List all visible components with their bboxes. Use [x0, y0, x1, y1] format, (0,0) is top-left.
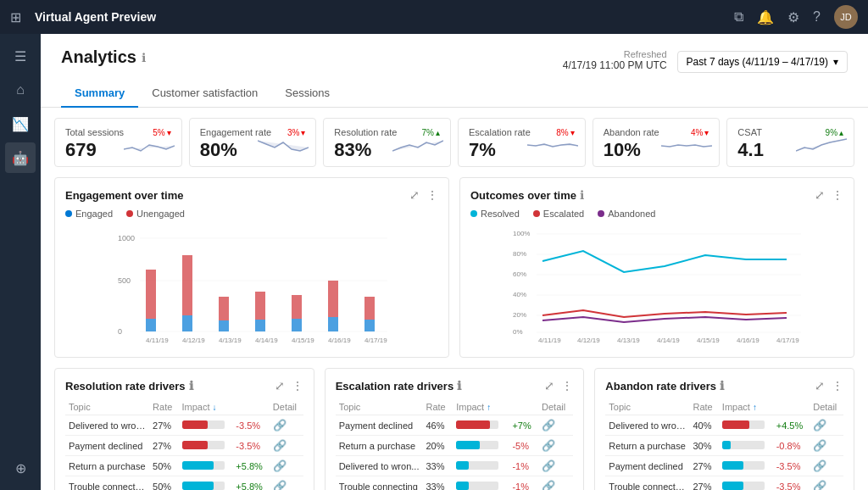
impact-value-cell: +5.8% [232, 476, 269, 491]
col-impact[interactable]: Impact ↑ [719, 399, 773, 415]
info-icon[interactable]: ℹ [720, 379, 724, 393]
detail-link[interactable]: 🔗 [542, 459, 555, 472]
kpi-escalation-rate: Escalation rate 8% ▾ 7% [458, 118, 586, 167]
chart-actions: ⤢ ⋮ [544, 379, 573, 393]
svg-text:40%: 40% [513, 291, 526, 298]
expand-icon[interactable]: ⤢ [815, 188, 825, 202]
sidebar-menu-icon[interactable]: ☰ [5, 41, 36, 71]
rate-cell: 20% [422, 436, 453, 456]
sidebar-home-icon[interactable]: ⌂ [5, 75, 36, 105]
more-icon[interactable]: ⋮ [832, 188, 843, 202]
table-row: Return a purchase 50% +5.8% 🔗 [65, 456, 303, 476]
detail-link[interactable]: 🔗 [273, 439, 287, 452]
tab-sessions[interactable]: Sessions [271, 80, 343, 108]
gear-icon[interactable]: ⚙ [787, 9, 799, 25]
detail-cell[interactable]: 🔗 [810, 476, 843, 491]
page-info-icon[interactable]: ℹ [142, 51, 146, 64]
bell-icon[interactable]: 🔔 [757, 9, 774, 25]
detail-link[interactable]: 🔗 [542, 419, 555, 432]
info-icon[interactable]: ℹ [580, 188, 584, 202]
expand-icon[interactable]: ⤢ [544, 379, 554, 393]
avatar[interactable]: JD [834, 5, 858, 29]
detail-link[interactable]: 🔗 [273, 459, 287, 472]
info-icon[interactable]: ℹ [457, 379, 461, 393]
impact-bar-container [722, 420, 765, 429]
svg-text:0%: 0% [513, 328, 523, 336]
svg-rect-16 [255, 292, 265, 320]
detail-cell[interactable]: 🔗 [538, 456, 573, 476]
detail-link[interactable]: 🔗 [813, 419, 826, 432]
legend-dot [598, 210, 604, 217]
app-header: ⊞ Virtual Agent Preview ⧉ 🔔 ⚙ ? JD [0, 0, 868, 34]
help-icon[interactable]: ? [813, 9, 821, 25]
detail-cell[interactable]: 🔗 [538, 415, 573, 436]
impact-value-cell: +7% [509, 415, 538, 436]
tab-customer-satisfaction[interactable]: Customer satisfaction [138, 80, 271, 108]
more-icon[interactable]: ⋮ [292, 379, 303, 393]
expand-icon[interactable]: ⤢ [409, 188, 420, 202]
detail-cell[interactable]: 🔗 [270, 476, 303, 491]
detail-link[interactable]: 🔗 [813, 439, 826, 452]
topic-cell: Trouble connecting [336, 476, 423, 491]
detail-link[interactable]: 🔗 [813, 459, 826, 472]
expand-icon[interactable]: ⤢ [815, 379, 825, 393]
detail-link[interactable]: 🔗 [542, 439, 555, 452]
date-range-button[interactable]: Past 7 days (4/11/19 – 4/17/19) ▾ [677, 51, 848, 73]
detail-cell[interactable]: 🔗 [538, 476, 573, 491]
topic-cell: Delivered to wron... [605, 415, 689, 436]
table-header-row: Topic Rate Impact ↑ Detail [336, 399, 574, 415]
svg-text:4/13/19: 4/13/19 [617, 337, 640, 344]
impact-bar [722, 420, 750, 429]
col-impact[interactable]: Impact ↓ [179, 399, 233, 415]
detail-cell[interactable]: 🔗 [538, 436, 573, 456]
impact-cell [179, 436, 233, 456]
col-rate: Rate [689, 399, 718, 415]
kpi-resolution-rate: Resolution rate 7% ▴ 83% [323, 118, 451, 167]
detail-cell[interactable]: 🔗 [810, 436, 843, 456]
resolution-table-body: Delivered to wron... 27% -3.5% 🔗 Payment… [65, 415, 303, 491]
topic-cell: Return a purchase [336, 436, 423, 456]
refresh-label: Refreshed [563, 49, 667, 59]
grid-icon[interactable]: ⊞ [10, 9, 21, 25]
sidebar-tools-icon[interactable]: ⊕ [5, 453, 36, 483]
table-header-row: Topic Rate Impact ↑ Detail [605, 399, 843, 415]
kpi-csat-label: CSAT [737, 127, 762, 137]
detail-link[interactable]: 🔗 [273, 480, 287, 490]
more-icon[interactable]: ⋮ [561, 379, 573, 393]
engagement-chart-svg: 1000 500 0 [65, 226, 438, 344]
more-icon[interactable]: ⋮ [426, 188, 438, 202]
sidebar-bot-icon[interactable]: 🤖 [5, 142, 36, 173]
detail-link[interactable]: 🔗 [542, 480, 555, 490]
impact-bar [456, 420, 490, 429]
impact-value-cell: -3.5% [232, 415, 269, 436]
detail-cell[interactable]: 🔗 [810, 456, 843, 476]
impact-cell [179, 476, 233, 491]
rate-cell: 50% [149, 456, 178, 476]
info-icon[interactable]: ℹ [189, 379, 193, 393]
detail-link[interactable]: 🔗 [273, 419, 287, 432]
table-row: Trouble connecting 27% -3.5% 🔗 [605, 476, 843, 491]
sidebar-analytics-icon[interactable]: 📉 [5, 109, 36, 139]
detail-cell[interactable]: 🔗 [270, 436, 303, 456]
impact-bar [182, 441, 208, 449]
svg-rect-8 [219, 320, 229, 331]
detail-cell[interactable]: 🔗 [270, 456, 303, 476]
rate-cell: 27% [689, 456, 718, 476]
svg-text:4/13/19: 4/13/19 [219, 337, 242, 344]
more-icon[interactable]: ⋮ [832, 379, 843, 393]
svg-rect-17 [292, 295, 302, 319]
expand-icon[interactable]: ⤢ [275, 379, 285, 393]
detail-cell[interactable]: 🔗 [270, 415, 303, 436]
col-impact[interactable]: Impact ↑ [453, 399, 509, 415]
tab-summary[interactable]: Summary [61, 80, 138, 108]
svg-rect-6 [146, 319, 156, 331]
rate-cell: 30% [689, 436, 718, 456]
legend-engaged: Engaged [65, 209, 113, 219]
drivers-row: Resolution rate drivers ℹ ⤢ ⋮ Topic Rate… [41, 368, 868, 490]
detail-cell[interactable]: 🔗 [810, 415, 843, 436]
impact-value: -1% [512, 461, 529, 471]
legend-dot [470, 210, 477, 217]
detail-link[interactable]: 🔗 [813, 480, 826, 490]
impact-value-cell: -1% [509, 456, 538, 476]
puzzle-icon[interactable]: ⧉ [734, 9, 743, 25]
